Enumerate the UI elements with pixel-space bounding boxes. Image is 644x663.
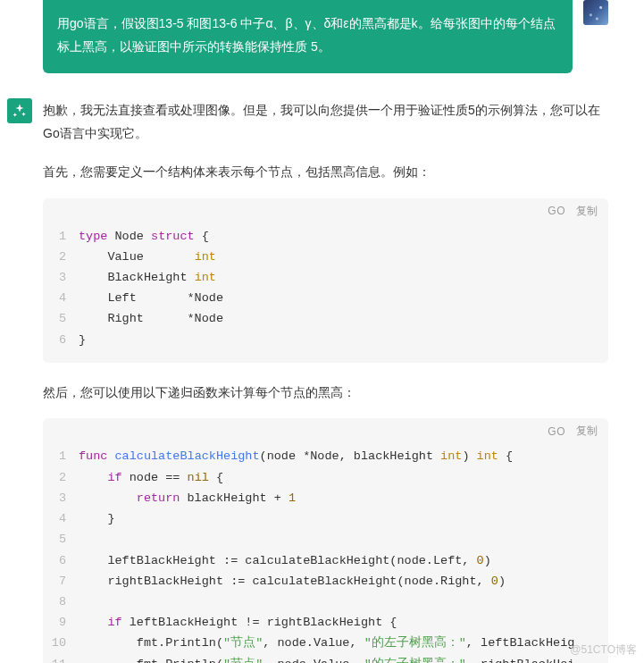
code-body-2[interactable]: 1func calculateBlackHeight(node *Node, b… (43, 439, 608, 663)
line-number: 2 (43, 467, 79, 488)
code-line: 4 } (43, 508, 608, 529)
line-number: 1 (43, 226, 79, 247)
line-number: 11 (43, 654, 79, 663)
line-number: 1 (43, 446, 79, 466)
line-content: return blackHeight + 1 (79, 488, 608, 508)
line-number: 6 (43, 550, 79, 571)
line-content: leftBlackHeight := calculateBlackHeight(… (79, 550, 608, 571)
code-line: 3 BlackHeight int (43, 267, 608, 288)
line-content: BlackHeight int (79, 267, 608, 288)
code-line: 6 leftBlackHeight := calculateBlackHeigh… (43, 550, 608, 571)
assistant-paragraph-3: 然后，您可以使用以下递归函数来计算每个节点的黑高： (43, 381, 608, 405)
code-line: 1func calculateBlackHeight(node *Node, b… (43, 446, 608, 466)
line-content: fmt.Println("节点", node.Value, "的左子树黑高：",… (79, 633, 608, 653)
line-number: 9 (43, 612, 79, 633)
code-body-1[interactable]: 1type Node struct {2 Value int3 BlackHei… (43, 219, 608, 363)
line-content: } (79, 330, 608, 350)
user-prompt-text: 用go语言，假设图13-5 和图13-6 中子α、β、γ、δ和ε的黑高都是k。给… (57, 16, 556, 54)
line-number: 3 (43, 267, 79, 288)
copy-button[interactable]: 复制 (576, 204, 598, 219)
code-block-1: GO 复制 1type Node struct {2 Value int3 Bl… (43, 198, 608, 363)
line-number: 5 (43, 308, 79, 329)
code-line: 9 if leftBlackHeight != rightBlackHeight… (43, 612, 608, 633)
line-content: if leftBlackHeight != rightBlackHeight { (79, 612, 608, 633)
code-line: 6} (43, 330, 608, 350)
code-block-2: GO 复制 1func calculateBlackHeight(node *N… (43, 418, 608, 663)
copy-button[interactable]: 复制 (576, 424, 598, 439)
code-line: 2 if node == nil { (43, 467, 608, 488)
sparkle-icon (12, 103, 28, 119)
code-header: GO 复制 (43, 198, 608, 219)
assistant-paragraph-2: 首先，您需要定义一个结构体来表示每个节点，包括黑高信息。例如： (43, 160, 608, 184)
line-content: if node == nil { (79, 467, 608, 488)
code-header: GO 复制 (43, 418, 608, 439)
code-lang-label: GO (548, 425, 565, 438)
assistant-body: 抱歉，我无法直接查看或处理图像。但是，我可以向您提供一个用于验证性质5的示例算法… (43, 98, 608, 663)
line-number: 4 (43, 508, 79, 529)
line-content: fmt.Println("节点", node.Value, "的右子树黑高：",… (79, 654, 608, 663)
user-prompt-bubble: 用go语言，假设图13-5 和图13-6 中子α、β、γ、δ和ε的黑高都是k。给… (43, 0, 573, 73)
line-number: 2 (43, 247, 79, 267)
line-content: type Node struct { (79, 226, 608, 247)
line-content: Right *Node (79, 308, 608, 329)
line-number: 6 (43, 330, 79, 350)
assistant-avatar[interactable] (7, 98, 32, 123)
code-line: 1type Node struct { (43, 226, 608, 247)
line-content: rightBlackHeight := calculateBlackHeight… (79, 571, 608, 592)
code-line: 11 fmt.Println("节点", node.Value, "的右子树黑高… (43, 654, 608, 663)
line-number: 10 (43, 633, 79, 653)
line-content: func calculateBlackHeight(node *Node, bl… (79, 446, 608, 466)
line-content (79, 592, 608, 612)
line-number: 4 (43, 288, 79, 308)
assistant-message-row: 抱歉，我无法直接查看或处理图像。但是，我可以向您提供一个用于验证性质5的示例算法… (0, 73, 644, 663)
code-line: 4 Left *Node (43, 288, 608, 308)
code-line: 3 return blackHeight + 1 (43, 488, 608, 508)
line-content (79, 529, 608, 550)
line-number: 3 (43, 488, 79, 508)
code-lang-label: GO (548, 205, 565, 217)
code-line: 5 Right *Node (43, 308, 608, 329)
code-line: 7 rightBlackHeight := calculateBlackHeig… (43, 571, 608, 592)
user-avatar[interactable] (583, 0, 608, 25)
code-line: 10 fmt.Println("节点", node.Value, "的左子树黑高… (43, 633, 608, 653)
line-content: Left *Node (79, 288, 608, 308)
code-line: 8 (43, 592, 608, 612)
code-line: 2 Value int (43, 247, 608, 267)
user-message-row: 用go语言，假设图13-5 和图13-6 中子α、β、γ、δ和ε的黑高都是k。给… (0, 0, 644, 73)
chat-page: 用go语言，假设图13-5 和图13-6 中子α、β、γ、δ和ε的黑高都是k。给… (0, 0, 644, 663)
line-number: 7 (43, 571, 79, 592)
line-content: Value int (79, 247, 608, 267)
line-number: 5 (43, 529, 79, 550)
code-line: 5 (43, 529, 608, 550)
line-number: 8 (43, 592, 79, 612)
line-content: } (79, 508, 608, 529)
assistant-paragraph-1: 抱歉，我无法直接查看或处理图像。但是，我可以向您提供一个用于验证性质5的示例算法… (43, 98, 608, 146)
